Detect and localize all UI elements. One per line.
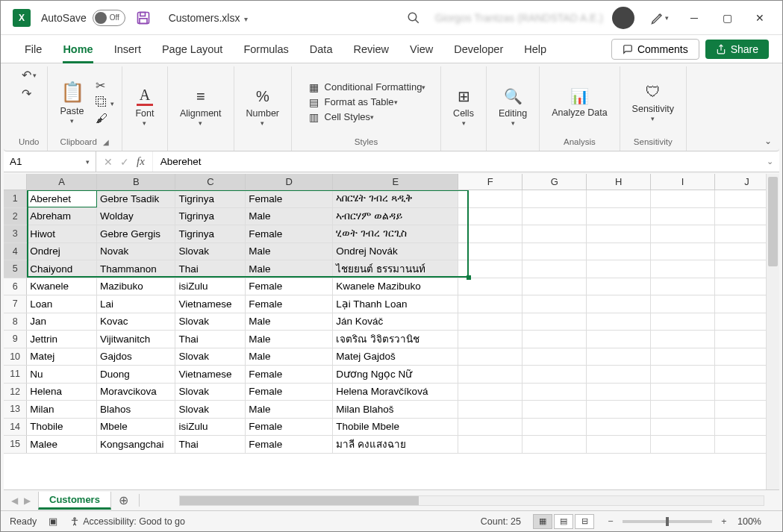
cell-G1[interactable] xyxy=(522,190,587,207)
cell-I1[interactable] xyxy=(651,190,715,207)
cell-H6[interactable] xyxy=(587,278,651,295)
cell-H4[interactable] xyxy=(587,243,651,260)
column-header-B[interactable]: B xyxy=(97,174,175,190)
name-box[interactable]: A1▾ xyxy=(4,151,96,172)
cell-G13[interactable] xyxy=(522,401,587,418)
grid-body[interactable]: 1AberehetGebre TsadikTigrinyaFemaleኣበርሄት… xyxy=(4,190,779,489)
cell-styles-button[interactable]: ▥Cell Styles ▾ xyxy=(307,111,426,123)
normal-view-button[interactable]: ▦ xyxy=(533,514,552,529)
select-all-corner[interactable] xyxy=(4,174,27,190)
tab-view[interactable]: View xyxy=(399,35,443,63)
column-header-A[interactable]: A xyxy=(27,174,97,190)
cell-H9[interactable] xyxy=(587,331,651,348)
cell-F10[interactable] xyxy=(458,348,522,366)
cell-A10[interactable]: Matej xyxy=(27,348,97,366)
cell-D14[interactable]: Female xyxy=(246,419,333,436)
row-header[interactable]: 4 xyxy=(4,243,27,260)
cell-G12[interactable] xyxy=(522,384,587,401)
cell-E10[interactable]: Matej Gajdoš xyxy=(333,348,458,366)
cell-D8[interactable]: Male xyxy=(246,313,333,331)
editing-button[interactable]: 🔍 Editing▾ xyxy=(494,83,531,130)
row-header[interactable]: 11 xyxy=(4,366,27,383)
clipboard-launcher[interactable]: ◢ xyxy=(103,138,109,146)
cell-I3[interactable] xyxy=(651,225,715,242)
cell-A11[interactable]: Nu xyxy=(27,366,97,383)
column-header-C[interactable]: C xyxy=(175,174,246,190)
cell-A12[interactable]: Helena xyxy=(27,384,97,401)
cell-C5[interactable]: Thai xyxy=(175,260,246,278)
row-header[interactable]: 7 xyxy=(4,295,27,313)
format-as-table-button[interactable]: ▤Format as Table ▾ xyxy=(307,96,426,108)
fill-handle[interactable] xyxy=(467,275,471,280)
column-header-E[interactable]: E xyxy=(333,174,458,190)
cell-B12[interactable]: Moravcikova xyxy=(97,384,175,401)
cell-A1[interactable]: Aberehet xyxy=(27,190,97,207)
paste-button[interactable]: 📋 Paste▾ xyxy=(55,76,90,128)
cell-B10[interactable]: Gajdos xyxy=(97,348,175,366)
avatar[interactable] xyxy=(612,7,634,29)
cell-C8[interactable]: Slovak xyxy=(175,313,246,331)
cell-C11[interactable]: Vietnamese xyxy=(175,366,246,383)
cell-G14[interactable] xyxy=(522,419,587,436)
cell-G3[interactable] xyxy=(522,225,587,242)
column-header-F[interactable]: F xyxy=(458,174,522,190)
cell-B8[interactable]: Kovac xyxy=(97,313,175,331)
cell-H7[interactable] xyxy=(587,295,651,313)
cell-F8[interactable] xyxy=(458,313,522,331)
cell-F13[interactable] xyxy=(458,401,522,418)
comments-button[interactable]: Comments xyxy=(611,39,699,60)
number-button[interactable]: % Number▾ xyxy=(242,83,284,130)
cell-B11[interactable]: Duong xyxy=(97,366,175,383)
row-header[interactable]: 15 xyxy=(4,436,27,453)
cell-D3[interactable]: Female xyxy=(246,225,333,242)
column-header-G[interactable]: G xyxy=(522,174,587,190)
row-header[interactable]: 2 xyxy=(4,208,27,225)
cell-A2[interactable]: Abreham xyxy=(27,208,97,225)
cell-G8[interactable] xyxy=(522,313,587,331)
cell-B15[interactable]: Kongsangchai xyxy=(97,436,175,453)
close-button[interactable]: ✕ xyxy=(743,1,776,34)
cell-A13[interactable]: Milan xyxy=(27,401,97,418)
cell-E7[interactable]: Lại Thanh Loan xyxy=(333,295,458,313)
cancel-formula-button[interactable]: ✕ xyxy=(104,156,113,168)
accessibility-status[interactable]: Accessibility: Good to go xyxy=(69,516,185,527)
alignment-button[interactable]: ≡ Alignment▾ xyxy=(175,83,226,130)
cell-A14[interactable]: Thobile xyxy=(27,419,97,436)
cell-A4[interactable]: Ondrej xyxy=(27,243,97,260)
maximize-button[interactable]: ▢ xyxy=(711,1,743,34)
cell-H12[interactable] xyxy=(587,384,651,401)
page-layout-view-button[interactable]: ▤ xyxy=(554,514,573,529)
undo-button[interactable]: ↶ ▾ xyxy=(22,68,37,82)
share-button[interactable]: Share xyxy=(705,40,769,59)
cell-A5[interactable]: Chaiyond xyxy=(27,260,97,278)
cell-E13[interactable]: Milan Blahoš xyxy=(333,401,458,418)
redo-button[interactable]: ↷ xyxy=(22,87,31,101)
cell-F4[interactable] xyxy=(458,243,522,260)
cell-F2[interactable] xyxy=(458,208,522,225)
sensitivity-button[interactable]: 🛡 Sensitivity▾ xyxy=(628,78,679,125)
cell-D9[interactable]: Male xyxy=(246,331,333,348)
tab-page-layout[interactable]: Page Layout xyxy=(152,35,233,63)
zoom-slider[interactable] xyxy=(623,520,712,523)
cell-B5[interactable]: Thammanon xyxy=(97,260,175,278)
cell-D13[interactable]: Male xyxy=(246,401,333,418)
cell-C7[interactable]: Vietnamese xyxy=(175,295,246,313)
cells-button[interactable]: ⊞ Cells▾ xyxy=(449,83,478,130)
cell-I4[interactable] xyxy=(651,243,715,260)
cell-C2[interactable]: Tigrinya xyxy=(175,208,246,225)
sheet-prev-button[interactable]: ◀ xyxy=(11,495,18,506)
minimize-button[interactable]: ─ xyxy=(678,1,711,34)
tab-review[interactable]: Review xyxy=(343,35,399,63)
format-painter-button[interactable]: 🖌 xyxy=(96,112,114,125)
row-header[interactable]: 3 xyxy=(4,225,27,242)
analyze-data-button[interactable]: 📊 Analyze Data xyxy=(547,83,611,122)
enter-formula-button[interactable]: ✓ xyxy=(120,156,129,168)
cell-H3[interactable] xyxy=(587,225,651,242)
cell-A9[interactable]: Jettrin xyxy=(27,331,97,348)
cell-I10[interactable] xyxy=(651,348,715,366)
cell-I6[interactable] xyxy=(651,278,715,295)
row-header[interactable]: 13 xyxy=(4,401,27,418)
cell-B3[interactable]: Gebre Gergis xyxy=(97,225,175,242)
cell-F14[interactable] xyxy=(458,419,522,436)
expand-formula-bar[interactable]: ⌄ xyxy=(761,157,779,166)
